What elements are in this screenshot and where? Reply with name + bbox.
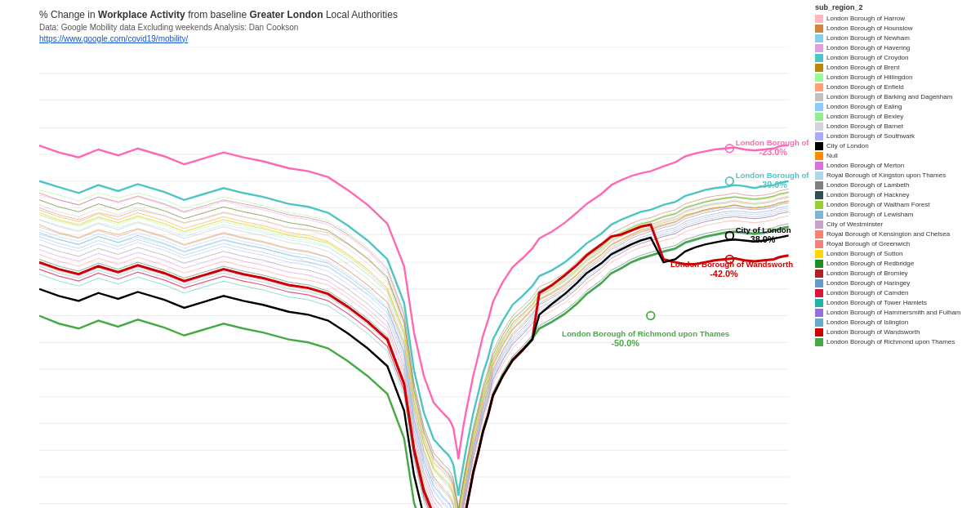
legend-color-swatch (815, 270, 823, 278)
legend-color-swatch (815, 260, 823, 268)
legend-color-swatch (815, 319, 823, 327)
legend-item-label: London Borough of Merton (826, 162, 904, 170)
legend-item: London Borough of Ealing (815, 103, 977, 111)
legend-item: City of Westminster (815, 221, 977, 229)
legend-item: Null (815, 152, 977, 160)
legend-item-label: London Borough of Haringey (826, 279, 910, 287)
legend-color-swatch (815, 230, 823, 238)
legend-item: London Borough of Sutton (815, 250, 977, 258)
legend-color-swatch (815, 181, 823, 189)
legend-item: London Borough of Croydon (815, 54, 977, 62)
legend-item: Royal Borough of Kensington and Chelsea (815, 230, 977, 238)
legend-color-swatch (815, 309, 823, 317)
legend-item: London Borough of Haringey (815, 279, 977, 287)
legend-item-label: Royal Borough of Kensington and Chelsea (826, 230, 950, 238)
title-workplace: Workplace Activity (98, 9, 185, 20)
legend-color-swatch (815, 93, 823, 101)
legend-item-label: London Borough of Croydon (826, 54, 909, 62)
legend-item-label: London Borough of Havering (826, 44, 910, 52)
legend-item-label: London Borough of Harrow (826, 15, 905, 23)
legend-item: London Borough of Lewisham (815, 211, 977, 219)
title-pct: % Change in (39, 9, 96, 20)
legend-color-swatch (815, 64, 823, 72)
legend-item-label: London Borough of Tower Hamlets (826, 299, 927, 307)
legend-item: London Borough of Richmond upon Thames (815, 338, 977, 346)
legend-item: London Borough of Lambeth (815, 181, 977, 189)
svg-text:London Borough of Wandsworth: London Borough of Wandsworth (670, 260, 793, 269)
legend: sub_region_2 London Borough of HarrowLon… (808, 0, 980, 508)
legend-color-swatch (815, 211, 823, 219)
legend-item: London Borough of Waltham Forest (815, 201, 977, 209)
legend-color-swatch (815, 44, 823, 52)
legend-item: London Borough of Harrow (815, 15, 977, 23)
legend-color-swatch (815, 132, 823, 140)
legend-item: London Borough of Merton (815, 162, 977, 170)
legend-item-label: London Borough of Hackney (826, 191, 909, 199)
svg-text:London Borough of Richmond upo: London Borough of Richmond upon Thames (562, 329, 729, 338)
legend-item-label: London Borough of Lambeth (826, 181, 909, 189)
legend-color-swatch (815, 54, 823, 62)
legend-color-swatch (815, 191, 823, 199)
legend-item: London Borough of Bexley (815, 113, 977, 121)
legend-color-swatch (815, 221, 823, 229)
legend-color-swatch (815, 113, 823, 121)
legend-color-swatch (815, 328, 823, 336)
legend-item-label: London Borough of Lewisham (826, 211, 913, 219)
legend-color-swatch (815, 103, 823, 111)
title-area: Greater London (250, 9, 323, 20)
legend-item-label: London Borough of Barking and Dagenham (826, 93, 952, 101)
legend-item-label: London Borough of Enfield (826, 83, 904, 91)
legend-item: London Borough of Havering (815, 44, 977, 52)
legend-item: London Borough of Barnet (815, 123, 977, 131)
legend-color-swatch (815, 34, 823, 42)
legend-title: sub_region_2 (815, 3, 977, 11)
title-local: Local Authorities (326, 9, 398, 20)
svg-text:London Borough of Harrow: London Borough of Harrow (736, 138, 808, 147)
legend-item-label: London Borough of Barnet (826, 123, 903, 131)
legend-item-label: London Borough of Hillingdon (826, 74, 912, 82)
legend-color-swatch (815, 162, 823, 170)
svg-text:-38.0%: -38.0% (747, 234, 776, 244)
title-from: from baseline (188, 9, 247, 20)
chart-wrapper: 1 Oct 21 1 Nov 21 1 Dec 21 1 Jan 22 1 Fe… (7, 47, 808, 508)
legend-item: Royal Borough of Greenwich (815, 240, 977, 248)
legend-item-label: London Borough of Brent (826, 64, 899, 72)
legend-item-label: London Borough of Bexley (826, 113, 903, 121)
mobility-link[interactable]: https://www.google.com/covid19/mobility/ (39, 33, 808, 45)
legend-item-label: London Borough of Camden (826, 289, 909, 297)
legend-item: City of London (815, 142, 977, 150)
legend-item: London Borough of Camden (815, 289, 977, 297)
legend-item-label: London Borough of Southwark (826, 132, 915, 140)
legend-item-label: Royal Borough of Greenwich (826, 240, 910, 248)
legend-item: London Borough of Wandsworth (815, 328, 977, 336)
legend-item-label: London Borough of Richmond upon Thames (826, 338, 955, 346)
subtitle: Data: Google Mobility data Excluding wee… (39, 22, 808, 33)
svg-text:-42.0%: -42.0% (710, 269, 738, 279)
legend-item: London Borough of Islington (815, 319, 977, 327)
svg-text:City of London: City of London (736, 225, 791, 234)
svg-text:-30.0%: -30.0% (760, 180, 788, 189)
legend-item: London Borough of Tower Hamlets (815, 299, 977, 307)
legend-item-label: London Borough of Ealing (826, 103, 902, 111)
legend-color-swatch (815, 338, 823, 346)
svg-text:-50.0%: -50.0% (611, 338, 639, 348)
legend-color-swatch (815, 299, 823, 307)
legend-color-swatch (815, 142, 823, 150)
legend-item-label: London Borough of Bromley (826, 270, 908, 278)
legend-item: London Borough of Hackney (815, 191, 977, 199)
legend-item: Royal Borough of Kingston upon Thames (815, 172, 977, 180)
legend-color-swatch (815, 74, 823, 82)
legend-color-swatch (815, 240, 823, 248)
legend-item-label: London Borough of Waltham Forest (826, 201, 929, 209)
legend-item: London Borough of Southwark (815, 132, 977, 140)
legend-color-swatch (815, 172, 823, 180)
chart-svg: 1 Oct 21 1 Nov 21 1 Dec 21 1 Jan 22 1 Fe… (39, 47, 808, 508)
legend-item: London Borough of Hounslow (815, 25, 977, 33)
legend-color-swatch (815, 123, 823, 131)
main-container: % Change in Workplace Activity from base… (0, 0, 980, 508)
legend-item: London Borough of Bromley (815, 270, 977, 278)
legend-item-label: London Borough of Hammersmith and Fulham (826, 309, 961, 317)
legend-color-swatch (815, 15, 823, 23)
legend-color-swatch (815, 201, 823, 209)
legend-item-label: London Borough of Wandsworth (826, 328, 920, 336)
